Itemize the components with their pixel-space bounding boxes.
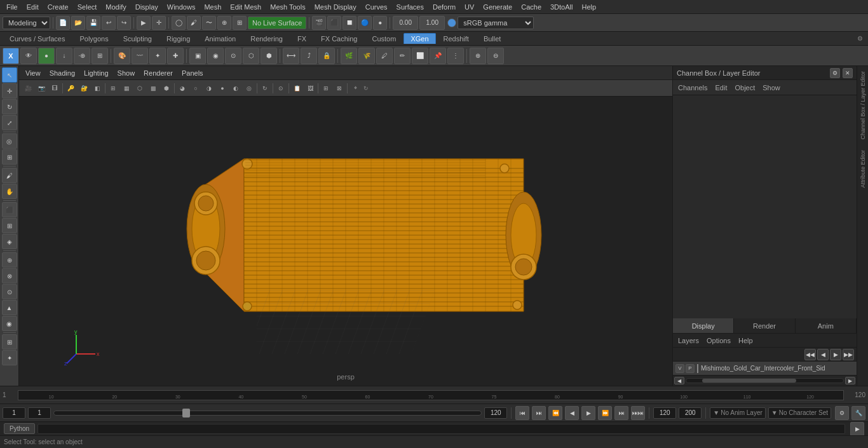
play-start-btn[interactable]: ⏮ bbox=[515, 406, 529, 420]
vp-shad-btn[interactable]: ◕ bbox=[176, 82, 189, 95]
frame-slider[interactable] bbox=[53, 411, 482, 416]
cb-tab-object[interactable]: Object bbox=[732, 83, 757, 93]
xgen-btn-grid[interactable]: ⊞ bbox=[92, 48, 108, 64]
vp-light-btn[interactable]: ● bbox=[216, 82, 229, 95]
python-input[interactable] bbox=[37, 424, 845, 434]
rotate-tool[interactable]: ↻ bbox=[2, 99, 17, 114]
vp-loop-btn[interactable]: ↻ bbox=[259, 82, 271, 95]
tab-bar-pin[interactable]: ⚙ bbox=[855, 34, 865, 43]
layer-btn-2[interactable]: ◀ bbox=[817, 349, 829, 360]
vp-wire-btn[interactable]: ⬡ bbox=[133, 82, 146, 95]
xgen-btn-brush2[interactable]: ✏ bbox=[394, 48, 410, 64]
xgen-btn-arrow[interactable]: ↓ bbox=[56, 48, 72, 64]
layer-vis-p[interactable]: P bbox=[686, 364, 695, 373]
play-fwd-btn[interactable]: ▶ bbox=[581, 406, 595, 420]
anim-layer-selector[interactable]: ▼ No Anim Layer bbox=[710, 407, 766, 419]
layer-tab-render[interactable]: Render bbox=[734, 318, 795, 333]
prefs-btn[interactable]: ⚙ bbox=[835, 406, 849, 420]
menu-windows[interactable]: Windows bbox=[163, 2, 200, 12]
tab-rendering[interactable]: Rendering bbox=[243, 33, 290, 44]
display-icon[interactable]: ◈ bbox=[2, 234, 17, 249]
menu-edit[interactable]: Edit bbox=[23, 2, 43, 12]
xgen-btn-mesh2[interactable]: ⬡ bbox=[243, 48, 259, 64]
menu-file[interactable]: File bbox=[3, 2, 22, 12]
save-btn[interactable]: 💾 bbox=[86, 16, 100, 30]
max-frame-input[interactable]: 200 bbox=[679, 407, 702, 419]
open-btn[interactable]: 📂 bbox=[71, 16, 85, 30]
menu-cache[interactable]: Cache bbox=[517, 2, 545, 12]
vp-tex-btn[interactable]: ◑ bbox=[203, 82, 215, 95]
tab-curves-surfaces[interactable]: Curves / Surfaces bbox=[3, 33, 72, 44]
shading-menu[interactable]: Shading bbox=[46, 68, 79, 78]
anim-prefs-btn[interactable]: 🔧 bbox=[851, 406, 865, 420]
vp-fov-btn[interactable]: ⌖ bbox=[349, 82, 362, 95]
attribute-editor-side-tab[interactable]: Attribute Editor bbox=[860, 147, 866, 191]
vp-flat-btn[interactable]: ○ bbox=[189, 82, 202, 95]
vp-uvs-btn[interactable]: ⬢ bbox=[160, 82, 173, 95]
scroll-track[interactable] bbox=[686, 378, 844, 383]
layer-row[interactable]: V P Mishimoto_Gold_Car_Intercooler_Front… bbox=[673, 362, 857, 376]
color-swatch[interactable] bbox=[447, 18, 456, 27]
menu-surfaces[interactable]: Surfaces bbox=[393, 2, 428, 12]
vp-overscan-btn[interactable]: ⊠ bbox=[333, 82, 346, 95]
vp-cam3-btn[interactable]: 🎞 bbox=[48, 82, 61, 95]
layer-option-options[interactable]: Options bbox=[704, 336, 733, 346]
panels-menu[interactable]: Panels bbox=[178, 68, 207, 78]
scale-tool[interactable]: ⤢ bbox=[2, 115, 17, 130]
xgen-tool-2[interactable]: ⊗ bbox=[2, 268, 17, 283]
layer-option-layers[interactable]: Layers bbox=[675, 336, 702, 346]
xgen-btn-pin[interactable]: 📌 bbox=[430, 48, 446, 64]
view-menu[interactable]: View bbox=[22, 68, 44, 78]
frame-current-input[interactable]: 1 bbox=[28, 407, 51, 419]
xgen-btn-sphere[interactable]: ● bbox=[38, 48, 55, 64]
python-tab[interactable]: Python bbox=[4, 423, 35, 434]
menu-edit-mesh[interactable]: Edit Mesh bbox=[226, 2, 265, 12]
frame-end-input[interactable]: 120 bbox=[484, 407, 507, 419]
render-preview-btn[interactable]: 🎬 bbox=[312, 16, 326, 30]
menu-select[interactable]: Select bbox=[74, 2, 101, 12]
vp-cam-btn[interactable]: 🎥 bbox=[22, 82, 34, 95]
xgen-btn-palette[interactable]: 🎨 bbox=[114, 48, 130, 64]
xgen-btn-noise[interactable]: ⋮ bbox=[447, 48, 464, 64]
xgen-btn-path[interactable]: ⤴ bbox=[301, 48, 317, 64]
prev-key-btn[interactable]: ⏪ bbox=[548, 406, 562, 420]
vp-hud-btn[interactable]: 📋 bbox=[290, 82, 303, 95]
cb-tab-edit[interactable]: Edit bbox=[712, 83, 729, 93]
move-tool[interactable]: ✛ bbox=[2, 83, 17, 98]
xgen-btn-scale[interactable]: ⟷ bbox=[283, 48, 299, 64]
xgen-btn-eye[interactable]: 👁 bbox=[20, 48, 37, 64]
select-tool-btn[interactable]: ▶ bbox=[137, 16, 151, 30]
layer-tab-anim[interactable]: Anim bbox=[796, 318, 857, 333]
layer-btn-1[interactable]: ◀◀ bbox=[804, 349, 816, 360]
layer-btn-3[interactable]: ▶ bbox=[830, 349, 841, 360]
tab-redshift[interactable]: Redshift bbox=[437, 33, 476, 44]
menu-generate[interactable]: Generate bbox=[479, 2, 516, 12]
scroll-right-btn[interactable]: ▶ bbox=[845, 377, 855, 384]
play-end-btn[interactable]: ⏭⏭ bbox=[631, 406, 645, 420]
xgen-btn-brush[interactable]: 🖊 bbox=[376, 48, 393, 64]
render-btn[interactable]: ⬛ bbox=[327, 16, 341, 30]
python-run-btn[interactable]: ▶ bbox=[850, 422, 864, 436]
show-render-btn[interactable]: 🔵 bbox=[358, 16, 372, 30]
menu-deform[interactable]: Deform bbox=[429, 2, 459, 12]
tab-xgen[interactable]: XGen bbox=[403, 33, 435, 44]
vp-img-btn[interactable]: 🖼 bbox=[304, 82, 316, 95]
mode-select[interactable]: Modeling bbox=[3, 17, 50, 29]
timeline-bar[interactable]: 10 20 30 40 50 60 70 75 80 90 100 110 12… bbox=[18, 390, 844, 400]
cb-tab-channels[interactable]: Channels bbox=[675, 83, 710, 93]
menu-modify[interactable]: Modify bbox=[102, 2, 130, 12]
color-space-select[interactable]: sRGB gamma bbox=[458, 17, 534, 29]
soft-mod-tool[interactable]: ◎ bbox=[2, 133, 17, 149]
vp-cam2-btn[interactable]: 📷 bbox=[35, 82, 48, 95]
menu-3dto[interactable]: 3DtoAll bbox=[546, 2, 576, 12]
menu-mesh[interactable]: Mesh bbox=[200, 2, 225, 12]
step-back-btn[interactable]: ⏭ bbox=[532, 406, 546, 420]
multi-btn[interactable]: ⊕ bbox=[217, 16, 231, 30]
tab-bullet[interactable]: Bullet bbox=[477, 33, 508, 44]
xgen-tool-4[interactable]: ▲ bbox=[2, 300, 17, 315]
vp-grid-btn[interactable]: ⊞ bbox=[107, 82, 119, 95]
xgen-btn-plus[interactable]: ⊕ bbox=[470, 48, 486, 64]
channel-box-settings-btn[interactable]: ⚙ bbox=[830, 68, 840, 78]
xgen-btn-foliage2[interactable]: 🌾 bbox=[358, 48, 375, 64]
xgen-btn-mesh3[interactable]: ⬢ bbox=[261, 48, 277, 64]
